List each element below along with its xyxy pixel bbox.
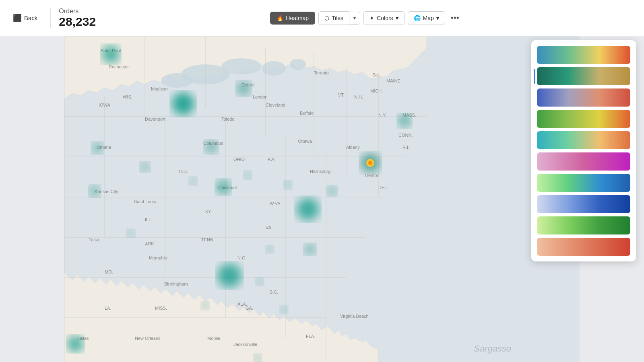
svg-text:IOWA: IOWA xyxy=(99,103,111,107)
back-button[interactable]: ⬛ Back xyxy=(8,11,42,25)
svg-text:Harrisburg: Harrisburg xyxy=(310,169,330,174)
tiles-icon: ⬡ xyxy=(324,15,329,21)
tiles-label: Tiles xyxy=(332,15,343,21)
svg-point-81 xyxy=(89,185,100,197)
svg-point-86 xyxy=(217,263,242,288)
svg-text:FLA.: FLA. xyxy=(306,334,315,339)
color-swatch-4[interactable] xyxy=(537,110,630,128)
color-swatch-2[interactable] xyxy=(537,67,630,85)
svg-text:Toledo: Toledo xyxy=(221,117,234,121)
svg-point-102 xyxy=(127,229,135,237)
svg-text:GA.: GA. xyxy=(246,306,253,311)
svg-text:MICH.: MICH. xyxy=(370,88,383,93)
svg-text:CONN.: CONN. xyxy=(398,133,413,138)
svg-point-93 xyxy=(244,171,252,179)
svg-text:MAINE: MAINE xyxy=(386,78,400,83)
tiles-button[interactable]: ⬡ Tiles xyxy=(318,11,349,25)
back-label: Back xyxy=(24,14,37,21)
svg-text:Davenport: Davenport xyxy=(145,117,165,121)
orders-count: 28,232 xyxy=(59,15,96,29)
color-swatch-3[interactable] xyxy=(537,88,630,107)
colors-label: Colors xyxy=(377,15,393,21)
header-divider xyxy=(50,8,51,28)
svg-text:Trenton: Trenton xyxy=(364,173,380,178)
svg-text:TENN.: TENN. xyxy=(201,237,215,242)
svg-text:WIS.: WIS. xyxy=(123,95,132,99)
svg-text:N.Y.: N.Y. xyxy=(378,113,386,117)
svg-point-97 xyxy=(256,278,264,286)
svg-text:Cleveland: Cleveland xyxy=(266,103,285,107)
svg-point-87 xyxy=(297,198,319,220)
svg-point-82 xyxy=(172,93,194,115)
svg-text:VA.: VA. xyxy=(266,225,272,230)
color-swatch-8[interactable] xyxy=(537,195,630,213)
colors-icon: ✦ xyxy=(369,15,374,21)
svg-text:London: London xyxy=(253,95,268,99)
svg-text:IND.: IND. xyxy=(179,169,188,174)
svg-point-85 xyxy=(216,180,231,194)
svg-point-2 xyxy=(221,58,262,74)
svg-text:Mobile: Mobile xyxy=(207,336,220,341)
svg-text:Albany: Albany xyxy=(346,145,360,150)
color-swatch-9[interactable] xyxy=(537,216,630,234)
svg-text:Sai...: Sai... xyxy=(372,72,382,77)
svg-text:ARK.: ARK. xyxy=(145,241,155,246)
svg-point-94 xyxy=(284,181,292,189)
svg-text:Ottawa: Ottawa xyxy=(298,139,312,144)
svg-point-101 xyxy=(201,302,209,310)
svg-text:ILL.: ILL. xyxy=(145,217,152,222)
svg-point-91 xyxy=(368,161,372,165)
svg-point-80 xyxy=(92,142,103,154)
map-container: Saint Paul Rochester Madison Davenport O… xyxy=(0,36,644,362)
svg-text:Rochester: Rochester xyxy=(109,64,129,69)
svg-text:KY.: KY. xyxy=(205,209,212,214)
toolbar: 🔥 Heatmap ⬡ Tiles ▾ ✦ Colors ▾ 🌐 Map xyxy=(270,11,462,25)
map-button[interactable]: 🌐 Map ▾ xyxy=(408,11,445,25)
svg-text:P.A.: P.A. xyxy=(268,157,275,162)
svg-point-103 xyxy=(140,162,150,172)
svg-text:Memphis: Memphis xyxy=(149,255,167,260)
svg-point-104 xyxy=(189,177,197,185)
svg-point-88 xyxy=(304,244,316,255)
svg-text:N.H.: N.H. xyxy=(354,95,363,99)
heatmap-button[interactable]: 🔥 Heatmap xyxy=(270,12,315,25)
colors-panel xyxy=(531,40,636,261)
color-swatch-7[interactable] xyxy=(537,174,630,192)
svg-text:Birmingham: Birmingham xyxy=(164,282,188,286)
svg-text:OHIO: OHIO xyxy=(233,157,245,162)
svg-text:Jacksonville: Jacksonville xyxy=(233,342,257,347)
svg-text:Buffalo: Buffalo xyxy=(300,111,314,115)
svg-text:S.C.: S.C. xyxy=(270,290,278,294)
tiles-dropdown-button[interactable]: ▾ xyxy=(349,12,360,25)
svg-point-96 xyxy=(266,245,274,253)
svg-point-95 xyxy=(327,186,337,196)
svg-point-3 xyxy=(262,61,286,76)
color-swatch-5[interactable] xyxy=(537,131,630,149)
color-swatch-6[interactable] xyxy=(537,152,630,171)
color-swatch-10[interactable] xyxy=(537,238,630,256)
svg-point-4 xyxy=(290,59,306,70)
svg-text:Tulsa: Tulsa xyxy=(89,237,99,242)
svg-point-100 xyxy=(254,354,262,362)
svg-text:VT.: VT. xyxy=(338,93,345,97)
svg-point-84 xyxy=(205,140,218,153)
svg-point-99 xyxy=(67,336,83,352)
header: ⬛ Back Orders 28,232 🔥 Heatmap ⬡ Tiles ▾ xyxy=(0,0,644,36)
tiles-button-group: ⬡ Tiles ▾ xyxy=(318,11,360,25)
svg-text:Toronto: Toronto xyxy=(314,70,329,75)
map-label: Map xyxy=(423,15,434,21)
heatmap-label: Heatmap xyxy=(286,15,309,21)
color-swatch-1[interactable] xyxy=(537,46,630,64)
header-center: 🔥 Heatmap ⬡ Tiles ▾ ✦ Colors ▾ 🌐 Map xyxy=(96,11,636,25)
svg-text:New Orleans: New Orleans xyxy=(135,336,161,341)
svg-text:Saint Louis: Saint Louis xyxy=(134,199,156,204)
colors-button[interactable]: ✦ Colors ▾ xyxy=(363,11,404,25)
more-button[interactable]: ••• xyxy=(448,11,462,25)
globe-icon: 🌐 xyxy=(414,15,421,21)
svg-point-92 xyxy=(398,114,411,127)
svg-text:DEL.: DEL. xyxy=(378,185,388,190)
svg-point-79 xyxy=(102,45,120,63)
svg-text:W.VA.: W.VA. xyxy=(270,201,282,206)
svg-text:Virginia Beach: Virginia Beach xyxy=(340,314,369,319)
svg-text:LA.: LA. xyxy=(105,306,111,311)
